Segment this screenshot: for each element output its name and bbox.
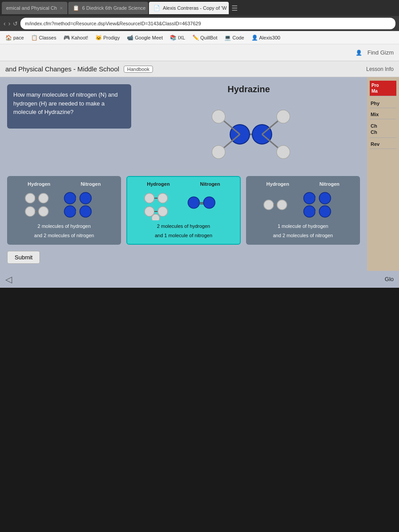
ixl-icon: 📚 [170,35,176,41]
quiz-area: How many molecules of nitrogen (N) and h… [0,77,367,271]
bookmark-pace[interactable]: 🏠 pace [4,34,26,42]
menu-icon[interactable]: ☰ [231,4,238,12]
answer-2-header: Hydrogen Nitrogen [132,181,235,187]
answer-2-svg [141,189,226,220]
bookmark-classes-label: Classes [39,35,56,40]
answer-1-svg [22,189,106,220]
svg-point-30 [158,207,168,216]
bookmark-gmeet-label: Google Meet [135,35,163,40]
svg-point-35 [203,197,215,208]
answer-card-2[interactable]: Hydrogen Nitrogen [126,176,240,245]
answer-2-h-label: Hydrogen [147,181,170,187]
glo-button[interactable]: Glo [385,276,394,282]
find-gizmo-label[interactable]: Find Gizm [368,49,394,56]
question-box: How many molecules of nitrogen (N) and h… [7,84,131,129]
svg-point-36 [264,200,274,210]
svg-point-32 [188,197,200,208]
sidebar-pro-ma[interactable]: ProMa [370,81,396,96]
forward-button[interactable]: › [8,20,11,27]
bookmark-prodigy[interactable]: 🐱 Prodigy [94,34,121,42]
svg-point-24 [80,206,91,217]
svg-point-10 [277,145,290,159]
bookmark-ixl[interactable]: 📚 IXL [168,34,187,42]
black-bar [0,288,399,345]
answer-card-1[interactable]: Hydrogen Nitrogen [7,176,121,245]
svg-point-16 [39,207,48,216]
svg-point-8 [277,110,290,123]
svg-point-27 [158,193,168,203]
handbook-badge[interactable]: Handbook [124,66,153,73]
svg-point-38 [277,200,287,210]
bookmark-prodigy-label: Prodigy [103,35,120,40]
bookmark-quillbot[interactable]: ✏️ QuillBot [191,34,219,42]
lesson-info[interactable]: Lesson Info [366,66,394,72]
address-text: m/index.cfm?method=cResource.dspView&Res… [25,21,201,26]
bookmarks-bar: 🏠 pace 📋 Classes 🎮 Kahoot! 🐱 Prodigy 📹 G… [0,31,399,44]
user-avatar-icon: 👤 [356,50,362,56]
answer-3-header: Hydrogen Nitrogen [251,181,355,187]
quillbot-icon: ✏️ [192,35,199,41]
answer-3-text2: and 2 molecules of nitrogen [273,232,333,239]
bookmark-classes[interactable]: 📋 Classes [29,34,58,42]
prodigy-icon: 🐱 [95,35,102,41]
svg-point-17 [64,192,76,204]
molecule-display: Hydrazine [137,84,360,170]
back-arrow[interactable]: ◁ [5,274,12,285]
svg-point-46 [319,206,331,217]
svg-point-31 [152,214,160,220]
bookmark-kahoot[interactable]: 🎮 Kahoot! [62,34,90,42]
svg-point-4 [212,110,225,123]
svg-point-14 [25,207,35,216]
answer-2-n-label: Nitrogen [200,181,220,187]
svg-point-20 [80,192,91,204]
sidebar-mix[interactable]: Mix [370,110,396,119]
bookmark-alexis[interactable]: 👤 Alexis300 [250,34,282,42]
bookmark-kahoot-label: Kahoot! [71,35,88,40]
bottom-bar: ◁ Glo [0,271,399,288]
answer-1-h-label: Hydrogen [27,181,50,187]
page-title-left: and Physical Changes - Middle School Han… [5,65,153,73]
svg-point-11 [25,193,35,203]
tab-2[interactable]: 📋 6 Diedrick 6th Grade Science ✕ [68,2,148,14]
address-bar[interactable]: m/index.cfm?method=cResource.dspView&Res… [20,18,395,29]
bookmark-gmeet[interactable]: 📹 Google Meet [125,34,164,42]
browser-chrome: emical and Physical Ch ✕ 📋 6 Diedrick 6t… [0,0,399,44]
submit-area: Submit [7,251,360,264]
address-bar-row: ‹ › ↺ m/index.cfm?method=cResource.dspVi… [0,16,399,31]
svg-point-25 [145,193,154,203]
alexis-icon: 👤 [251,35,258,41]
gmeet-icon: 📹 [127,35,133,41]
bookmark-alexis-label: Alexis300 [259,35,281,40]
answer-3-n-label: Nitrogen [320,181,340,187]
tab-1-close[interactable]: ✕ [59,6,63,11]
molecule-title: Hydrazine [227,84,270,94]
reload-button[interactable]: ↺ [13,20,18,27]
svg-point-39 [304,192,315,204]
bookmark-quillbot-label: QuillBot [200,35,218,40]
answer-2-text1: 2 molecules of hydrogen [157,223,210,230]
tab-2-label: 6 Diedrick 6th Grade Science [82,5,145,11]
app-header-right: 👤 Find Gizm [356,49,394,56]
svg-point-6 [212,145,225,159]
back-button[interactable]: ‹ [4,20,6,27]
answer-card-3[interactable]: Hydrogen Nitrogen [246,176,360,245]
svg-point-43 [304,206,315,217]
tab-1-label: emical and Physical Ch [6,5,57,11]
answer-2-text2: and 1 molecule of nitrogen [155,232,212,239]
tab-1[interactable]: emical and Physical Ch ✕ [2,2,67,14]
bookmark-code-label: Code [232,35,244,40]
tab-3[interactable]: 📄 Alexis Contreras - Copy of 'W ✕ [149,2,229,14]
svg-point-21 [64,206,76,217]
pace-icon: 🏠 [5,35,12,41]
sidebar-rev[interactable]: Rev [370,140,396,149]
sidebar-ch-ch[interactable]: ChCh [370,121,396,138]
bookmark-pace-label: pace [13,35,24,40]
sidebar-phy[interactable]: Phy [370,99,396,108]
answer-1-text2: and 2 molecules of nitrogen [34,232,94,239]
right-sidebar: ProMa Phy Mix ChCh Rev [367,77,399,271]
submit-button[interactable]: Submit [7,251,40,264]
tab-2-icon: 📋 [73,5,79,11]
bookmark-code[interactable]: 💻 Code [223,34,246,42]
tab-3-label: Alexis Contreras - Copy of 'W [163,5,227,11]
app-header: 👤 Find Gizm [0,44,399,61]
